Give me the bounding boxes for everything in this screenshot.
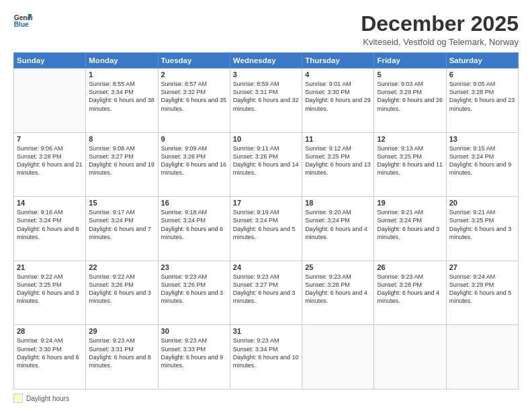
calendar-cell: 10Sunrise: 9:11 AMSunset: 3:26 PMDayligh… [230,132,302,197]
day-info: Sunrise: 9:11 AMSunset: 3:26 PMDaylight:… [233,144,299,177]
calendar-cell: 21Sunrise: 9:22 AMSunset: 3:25 PMDayligh… [14,261,86,325]
day-number: 16 [161,199,227,207]
calendar-cell: 27Sunrise: 9:24 AMSunset: 3:29 PMDayligh… [446,261,518,325]
calendar-cell [446,325,518,390]
header: General Blue December 2025 Kviteseid, Ve… [13,12,519,47]
day-info: Sunrise: 9:22 AMSunset: 3:26 PMDaylight:… [89,273,154,306]
day-info: Sunrise: 9:22 AMSunset: 3:25 PMDaylight:… [17,273,83,306]
day-info: Sunrise: 9:23 AMSunset: 3:27 PMDaylight:… [233,273,299,306]
calendar-week-4: 28Sunrise: 9:24 AMSunset: 3:30 PMDayligh… [14,325,519,390]
day-info: Sunrise: 9:23 AMSunset: 3:34 PMDaylight:… [233,336,299,369]
calendar-cell: 31Sunrise: 9:23 AMSunset: 3:34 PMDayligh… [230,325,302,390]
day-number: 15 [89,199,154,207]
day-info: Sunrise: 8:57 AMSunset: 3:32 PMDaylight:… [161,80,227,113]
col-sunday: Sunday [14,53,86,68]
day-number: 1 [89,71,154,79]
calendar-cell: 22Sunrise: 9:22 AMSunset: 3:26 PMDayligh… [86,261,158,325]
legend-daylight-label: Daylight hours [26,395,69,402]
calendar-cell: 18Sunrise: 9:20 AMSunset: 3:24 PMDayligh… [302,197,374,261]
day-info: Sunrise: 9:15 AMSunset: 3:24 PMDaylight:… [449,144,515,177]
calendar-cell: 14Sunrise: 9:16 AMSunset: 3:24 PMDayligh… [14,197,86,261]
day-number: 10 [233,135,299,143]
calendar-cell: 20Sunrise: 9:21 AMSunset: 3:25 PMDayligh… [446,197,518,261]
calendar-cell: 25Sunrise: 9:23 AMSunset: 3:28 PMDayligh… [302,261,374,325]
subtitle: Kviteseid, Vestfold og Telemark, Norway [361,37,519,47]
calendar-cell: 29Sunrise: 9:23 AMSunset: 3:31 PMDayligh… [86,325,158,390]
logo-icon: General Blue [13,12,32,31]
day-info: Sunrise: 9:24 AMSunset: 3:29 PMDaylight:… [449,273,515,306]
day-number: 29 [89,327,154,335]
day-info: Sunrise: 9:23 AMSunset: 3:28 PMDaylight:… [305,273,371,306]
day-info: Sunrise: 9:23 AMSunset: 3:28 PMDaylight:… [377,273,443,306]
day-number: 9 [161,135,227,143]
calendar-week-0: 1Sunrise: 8:55 AMSunset: 3:34 PMDaylight… [14,68,519,133]
calendar-cell: 16Sunrise: 9:18 AMSunset: 3:24 PMDayligh… [158,197,230,261]
day-info: Sunrise: 9:17 AMSunset: 3:24 PMDaylight:… [89,208,154,241]
col-thursday: Thursday [302,53,374,68]
calendar-cell: 3Sunrise: 8:59 AMSunset: 3:31 PMDaylight… [230,68,302,133]
calendar-cell: 13Sunrise: 9:15 AMSunset: 3:24 PMDayligh… [446,132,518,197]
day-number: 14 [17,199,83,207]
day-info: Sunrise: 9:13 AMSunset: 3:25 PMDaylight:… [377,144,443,177]
day-info: Sunrise: 9:01 AMSunset: 3:30 PMDaylight:… [305,80,371,113]
day-info: Sunrise: 9:23 AMSunset: 3:33 PMDaylight:… [161,336,227,369]
calendar-cell: 11Sunrise: 9:12 AMSunset: 3:25 PMDayligh… [302,132,374,197]
legend-item-daylight: Daylight hours [13,394,69,403]
month-title: December 2025 [361,12,519,36]
calendar-cell [14,68,86,133]
day-info: Sunrise: 9:06 AMSunset: 3:28 PMDaylight:… [17,144,83,177]
day-info: Sunrise: 8:55 AMSunset: 3:34 PMDaylight:… [89,80,154,113]
day-number: 19 [377,199,443,207]
calendar-cell: 1Sunrise: 8:55 AMSunset: 3:34 PMDaylight… [86,68,158,133]
calendar-cell [374,325,446,390]
day-number: 28 [17,327,83,335]
day-info: Sunrise: 9:08 AMSunset: 3:27 PMDaylight:… [89,144,154,177]
day-number: 23 [161,263,227,271]
day-info: Sunrise: 9:03 AMSunset: 3:29 PMDaylight:… [377,80,443,113]
day-number: 25 [305,263,371,271]
col-wednesday: Wednesday [230,53,302,68]
calendar-cell: 28Sunrise: 9:24 AMSunset: 3:30 PMDayligh… [14,325,86,390]
day-info: Sunrise: 9:05 AMSunset: 3:28 PMDaylight:… [449,80,515,113]
day-number: 24 [233,263,299,271]
day-number: 7 [17,135,83,143]
calendar-cell: 8Sunrise: 9:08 AMSunset: 3:27 PMDaylight… [86,132,158,197]
col-friday: Friday [374,53,446,68]
day-info: Sunrise: 9:20 AMSunset: 3:24 PMDaylight:… [305,208,371,241]
day-number: 20 [449,199,515,207]
day-info: Sunrise: 9:23 AMSunset: 3:26 PMDaylight:… [161,273,227,306]
footer: Daylight hours [13,394,519,403]
page: General Blue December 2025 Kviteseid, Ve… [0,0,532,411]
day-number: 13 [449,135,515,143]
day-number: 17 [233,199,299,207]
day-info: Sunrise: 9:21 AMSunset: 3:24 PMDaylight:… [377,208,443,241]
day-number: 4 [305,71,371,79]
day-number: 22 [89,263,154,271]
day-info: Sunrise: 9:09 AMSunset: 3:26 PMDaylight:… [161,144,227,177]
day-number: 8 [89,135,154,143]
day-number: 18 [305,199,371,207]
calendar-cell: 23Sunrise: 9:23 AMSunset: 3:26 PMDayligh… [158,261,230,325]
col-saturday: Saturday [446,53,518,68]
day-info: Sunrise: 9:16 AMSunset: 3:24 PMDaylight:… [17,208,83,241]
calendar-week-2: 14Sunrise: 9:16 AMSunset: 3:24 PMDayligh… [14,197,519,261]
calendar-week-1: 7Sunrise: 9:06 AMSunset: 3:28 PMDaylight… [14,132,519,197]
day-number: 3 [233,71,299,79]
header-row: Sunday Monday Tuesday Wednesday Thursday… [14,53,519,68]
calendar-cell: 12Sunrise: 9:13 AMSunset: 3:25 PMDayligh… [374,132,446,197]
day-info: Sunrise: 8:59 AMSunset: 3:31 PMDaylight:… [233,80,299,113]
day-number: 26 [377,263,443,271]
day-info: Sunrise: 9:24 AMSunset: 3:30 PMDaylight:… [17,336,83,369]
calendar-cell: 19Sunrise: 9:21 AMSunset: 3:24 PMDayligh… [374,197,446,261]
calendar-cell: 26Sunrise: 9:23 AMSunset: 3:28 PMDayligh… [374,261,446,325]
calendar-table: Sunday Monday Tuesday Wednesday Thursday… [13,52,519,390]
calendar-cell: 7Sunrise: 9:06 AMSunset: 3:28 PMDaylight… [14,132,86,197]
day-number: 31 [233,327,299,335]
day-number: 5 [377,71,443,79]
day-number: 21 [17,263,83,271]
day-info: Sunrise: 9:12 AMSunset: 3:25 PMDaylight:… [305,144,371,177]
calendar-cell [302,325,374,390]
calendar-cell: 15Sunrise: 9:17 AMSunset: 3:24 PMDayligh… [86,197,158,261]
calendar-cell: 4Sunrise: 9:01 AMSunset: 3:30 PMDaylight… [302,68,374,133]
col-monday: Monday [86,53,158,68]
